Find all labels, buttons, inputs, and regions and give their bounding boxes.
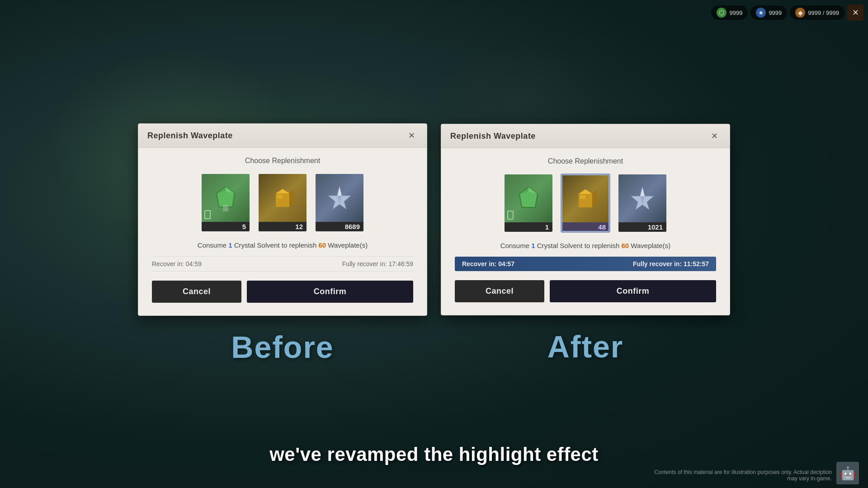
before-timer-recover: Recover in: 04:59 <box>152 260 202 267</box>
before-item-gold-cube-image <box>259 174 307 222</box>
after-gold-cube-icon <box>572 185 599 212</box>
svg-marker-9 <box>337 187 342 196</box>
hud-value-3: 9999 / 9999 <box>808 9 839 16</box>
hud-icon-2: ★ <box>756 8 766 18</box>
after-consume-num: 1 <box>531 242 535 249</box>
after-dialog-footer: Cancel Confirm <box>455 280 716 304</box>
after-dialog: Replenish Waveplate ✕ Choose Replenishme… <box>441 124 730 315</box>
after-item-gold-cube[interactable]: 48 <box>561 174 610 233</box>
svg-rect-3 <box>223 205 228 211</box>
before-dialog-body: Choose Replenishment <box>138 148 427 315</box>
before-item-count-2: 12 <box>259 222 307 231</box>
before-dialog: Replenish Waveplate ✕ Choose Replenishme… <box>138 123 427 316</box>
after-confirm-button[interactable]: Confirm <box>550 280 716 302</box>
after-item-count-2: 48 <box>561 222 609 232</box>
crystal-star-icon <box>326 184 353 211</box>
after-consume-prefix: Consume <box>500 242 531 249</box>
before-items-row: 5 12 <box>152 173 413 232</box>
after-cancel-button[interactable]: Cancel <box>455 280 544 302</box>
after-consume-waveplate: 60 <box>621 242 629 249</box>
hud-close-button[interactable]: ✕ <box>847 5 863 21</box>
before-consume-mid: Crystal Solvent to replenish <box>232 241 319 249</box>
after-dialog-title: Replenish Waveplate <box>450 131 536 141</box>
before-consume-suffix: Waveplate(s) <box>326 241 368 249</box>
before-dialog-header: Replenish Waveplate ✕ <box>138 124 427 148</box>
before-item-count-3: 8689 <box>316 222 363 231</box>
before-timer-row: Recover in: 04:59 Fully recover in: 17:4… <box>152 256 413 272</box>
after-panel-wrapper: Replenish Waveplate ✕ Choose Replenishme… <box>441 124 730 364</box>
after-timer-row: Recover in: 04:57 Fully recover in: 11:5… <box>455 257 716 271</box>
hud-icon-3: ◆ <box>795 8 805 18</box>
disclaimer: Contents of this material are for illust… <box>651 469 832 482</box>
before-consume-text: Consume 1 Crystal Solvent to replenish 6… <box>152 241 413 249</box>
before-item-crystal-image <box>316 174 363 222</box>
before-timer-full: Fully recover in: 17:46:59 <box>342 260 413 267</box>
after-item-count-1: 1 <box>505 222 552 232</box>
before-cancel-button[interactable]: Cancel <box>152 281 241 303</box>
before-close-button[interactable]: ✕ <box>405 129 418 142</box>
hud-top-bar: ⬡ 9999 ★ 9999 ◆ 9999 / 9999 ✕ <box>711 5 863 21</box>
svg-rect-7 <box>277 195 283 198</box>
svg-marker-16 <box>592 189 597 207</box>
after-green-gem-icon <box>515 185 542 212</box>
hud-pill-3: ◆ 9999 / 9999 <box>790 5 844 20</box>
after-timer-recover: Recover in: 04:57 <box>462 260 514 267</box>
after-item-crystal-image <box>618 174 666 222</box>
after-label: After <box>547 329 624 364</box>
before-dialog-footer: Cancel Confirm <box>152 281 413 305</box>
after-battery-icon-1 <box>507 211 514 220</box>
after-consume-mid: Crystal Solvent to replenish <box>535 242 622 249</box>
after-close-button[interactable]: ✕ <box>708 130 721 142</box>
after-dialog-body: Choose Replenishment 1 <box>441 148 730 315</box>
after-consume-text: Consume 1 Crystal Solvent to replenish 6… <box>455 242 716 249</box>
after-item-gold-cube-image <box>561 174 609 222</box>
after-timer-full: Fully recover in: 11:52:57 <box>633 260 709 267</box>
hud-pill-1: ⬡ 9999 <box>711 5 748 20</box>
subtitle: we've revamped the highlight effect <box>0 444 868 465</box>
main-content: Replenish Waveplate ✕ Choose Replenishme… <box>0 0 868 488</box>
before-battery-icon-1 <box>204 210 211 219</box>
gold-cube-icon <box>269 184 296 211</box>
after-item-green-gem[interactable]: 1 <box>504 174 553 233</box>
before-confirm-button[interactable]: Confirm <box>247 281 413 303</box>
hud-icon-1: ⬡ <box>717 8 726 18</box>
after-dialog-header: Replenish Waveplate ✕ <box>441 124 730 148</box>
before-item-green-gem-image <box>202 174 250 222</box>
hud-value-2: 9999 <box>769 9 782 16</box>
svg-rect-17 <box>580 195 585 199</box>
before-item-crystal[interactable]: 8689 <box>315 173 364 232</box>
hud-value-1: 9999 <box>729 9 742 16</box>
after-items-row: 1 48 <box>455 174 716 233</box>
after-item-crystal[interactable]: 1021 <box>618 174 667 233</box>
before-label: Before <box>231 329 334 365</box>
after-section-label: Choose Replenishment <box>455 157 716 165</box>
before-item-green-gem[interactable]: 5 <box>201 173 250 232</box>
svg-marker-19 <box>640 187 645 196</box>
after-item-count-3: 1021 <box>618 222 666 232</box>
before-consume-prefix: Consume <box>198 241 228 249</box>
svg-marker-6 <box>289 189 294 207</box>
svg-marker-15 <box>579 189 592 194</box>
after-item-green-gem-image <box>505 174 552 222</box>
mascot-icon: 🤖 <box>836 462 859 484</box>
before-panel-wrapper: Replenish Waveplate ✕ Choose Replenishme… <box>138 123 427 365</box>
before-consume-waveplate: 60 <box>318 241 326 249</box>
hud-pill-2: ★ 9999 <box>750 5 787 20</box>
green-gem-icon <box>212 184 239 211</box>
before-section-label: Choose Replenishment <box>152 157 413 165</box>
after-consume-suffix: Waveplate(s) <box>629 242 670 249</box>
before-consume-num: 1 <box>228 241 232 249</box>
before-item-count-1: 5 <box>202 222 250 231</box>
before-item-gold-cube[interactable]: 12 <box>258 173 307 232</box>
svg-marker-5 <box>276 189 289 193</box>
before-dialog-title: Replenish Waveplate <box>147 131 233 141</box>
after-crystal-star-icon <box>629 185 656 212</box>
subtitle-text: we've revamped the highlight effect <box>269 444 599 465</box>
